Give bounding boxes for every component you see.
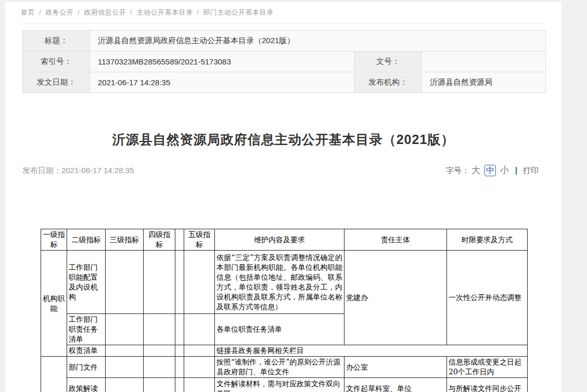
- cell-empty: [106, 345, 144, 357]
- cell-empty: [144, 345, 175, 357]
- meta-title-label: 标题：: [23, 31, 90, 51]
- meta-docnum-value: [422, 51, 546, 72]
- header-level4: 四级指标: [144, 229, 175, 251]
- cell-empty: [144, 251, 175, 314]
- meta-agency-label: 发布机构：: [354, 72, 422, 93]
- cell-deadline: 信息形成或变更之日起20个工作日内: [447, 357, 528, 378]
- cell-empty: [144, 314, 175, 345]
- cell-level2: 权责清单: [67, 345, 106, 357]
- cell-owner: 党建办: [344, 251, 447, 345]
- font-size-medium-button[interactable]: 中: [484, 165, 496, 176]
- cell-deadline: 与所解读文件同步公开: [447, 378, 528, 392]
- table-row: 政策解读 文件解读材料，需与对应政策文件双向关联 文件起草科室、单位 与所解读文…: [41, 378, 528, 392]
- cell-empty: [184, 345, 215, 357]
- meta-row-date: 发文日期： 2021-06-17 14:28:35 发布机构： 沂源县自然资源局: [23, 72, 546, 93]
- article-controls: 字号： 大 中 小 打印: [446, 163, 539, 178]
- publish-info-row: 发布日期：2021-06-17 14:28:35 字号： 大 中 小 打印: [22, 163, 539, 178]
- breadcrumb-separator: /: [78, 8, 80, 16]
- breadcrumb-separator: /: [39, 8, 41, 16]
- publish-date-value: 2021-06-17 14:28:35: [61, 166, 134, 175]
- meta-row-index: 索引号： 11370323MB28565589/2021-5173083 文号：: [23, 51, 546, 72]
- cell-empty: [175, 378, 184, 392]
- cell-empty: [144, 378, 175, 392]
- cell-empty: [175, 314, 184, 345]
- breadcrumb-item-government-affairs[interactable]: 政务公开: [45, 8, 73, 16]
- meta-date-label: 发文日期：: [23, 72, 90, 93]
- table-header-row: 一级指标 二级指标 三级指标 四级指标 五级指标 维护内容及要求 责任主体 时限…: [41, 229, 528, 251]
- table-row: 权责清单 链接县政务服务网相关栏目: [41, 345, 528, 357]
- cell-content: 依据“三定”方案及职责调整情况确定的本部门最新机构职能。各单位机构职能信息（包括…: [215, 251, 344, 314]
- breadcrumb-separator: /: [130, 8, 132, 16]
- header-level5: 五级指标: [184, 229, 215, 251]
- cell-empty: [184, 314, 215, 345]
- breadcrumb-item-basic-catalog[interactable]: 主动公开基本目录: [136, 8, 193, 16]
- font-size-small-button[interactable]: 小: [500, 163, 509, 178]
- breadcrumb-divider: [21, 23, 546, 24]
- header-maintenance-content: 维护内容及要求: [215, 229, 344, 251]
- meta-agency-value: 沂源县自然资源局: [422, 72, 546, 93]
- cell-empty: [175, 357, 184, 378]
- cell-content: 各单位职责任务清单: [215, 314, 344, 345]
- cell-empty: [106, 378, 144, 392]
- cell-level2: 部门文件: [67, 357, 106, 378]
- catalog-table: 一级指标 二级指标 三级指标 四级指标 五级指标 维护内容及要求 责任主体 时限…: [41, 229, 528, 392]
- cell-content: 按照“谁制作，谁公开”的原则公开沂源县政府部门、单位文件: [215, 357, 344, 378]
- breadcrumb-item-home[interactable]: 首页: [21, 8, 35, 16]
- meta-row-title: 标题： 沂源县自然资源局政府信息主动公开基本目录（2021版）: [23, 31, 546, 51]
- cell-empty: [184, 378, 215, 392]
- breadcrumb-item-dept-basic-catalog[interactable]: 部门主动公开基本目录: [203, 8, 274, 16]
- document-meta-table: 标题： 沂源县自然资源局政府信息主动公开基本目录（2021版） 索引号： 113…: [22, 30, 546, 93]
- cell-level2: 工作部门职能配置及内设机构: [67, 251, 106, 314]
- header-level3: 三级指标: [106, 229, 144, 251]
- cell-empty: [175, 345, 184, 357]
- cell-level2: 政策解读: [67, 378, 106, 392]
- print-button[interactable]: 打印: [523, 163, 539, 178]
- header-time-requirement: 时限要求及方式: [447, 229, 528, 251]
- breadcrumb: 首页/政务公开/政府信息公开/主动公开基本目录/部门主动公开基本目录: [21, 8, 274, 17]
- cell-owner: 办公室: [344, 357, 447, 378]
- font-size-large-button[interactable]: 大: [471, 163, 480, 178]
- meta-docnum-label: 文号：: [354, 51, 422, 72]
- cell-empty: [144, 357, 175, 378]
- header-spacer: [175, 229, 184, 251]
- content-card: 首页/政务公开/政府信息公开/主动公开基本目录/部门主动公开基本目录 标题： 沂…: [5, 2, 562, 392]
- meta-index-value: 11370323MB28565589/2021-5173083: [90, 51, 354, 72]
- font-size-label: 字号：: [446, 163, 469, 178]
- cell-deadline: 一次性公开并动态调整: [447, 251, 528, 345]
- cell-level1-section2: [41, 357, 67, 392]
- meta-title-value: 沂源县自然资源局政府信息主动公开基本目录（2021版）: [90, 31, 546, 51]
- controls-divider: [516, 167, 517, 175]
- header-responsible-body: 责任主体: [344, 229, 447, 251]
- cell-level1-org-functions: 机构职能: [41, 251, 67, 357]
- cell-level2: 工作部门职责任务清单: [67, 314, 106, 345]
- page-title: 沂源县自然资源局政府信息主动公开基本目录（2021版）: [5, 131, 562, 148]
- meta-date-value: 2021-06-17 14:28:35: [90, 72, 354, 93]
- header-level2: 二级指标: [67, 229, 106, 251]
- table-row: 部门文件 按照“谁制作，谁公开”的原则公开沂源县政府部门、单位文件 办公室 信息…: [41, 357, 528, 378]
- table-row: 机构职能 工作部门职能配置及内设机构 依据“三定”方案及职责调整情况确定的本部门…: [41, 251, 528, 314]
- cell-empty: [106, 357, 144, 378]
- cell-content-wide: 链接县政务服务网相关栏目: [215, 345, 528, 357]
- cell-empty: [184, 357, 215, 378]
- breadcrumb-separator: /: [197, 8, 199, 16]
- cell-empty: [184, 251, 215, 314]
- cell-empty: [175, 251, 184, 314]
- cell-empty: [106, 314, 144, 345]
- cell-owner: 文件起草科室、单位: [344, 378, 447, 392]
- publish-date-label: 发布日期：: [22, 166, 61, 175]
- cell-content: 文件解读材料，需与对应政策文件双向关联: [215, 378, 344, 392]
- cell-empty: [106, 251, 144, 314]
- header-level1: 一级指标: [41, 229, 67, 251]
- publish-date: 发布日期：2021-06-17 14:28:35: [22, 163, 134, 178]
- breadcrumb-item-gov-info-disclosure[interactable]: 政府信息公开: [84, 8, 126, 16]
- meta-index-label: 索引号：: [23, 51, 90, 72]
